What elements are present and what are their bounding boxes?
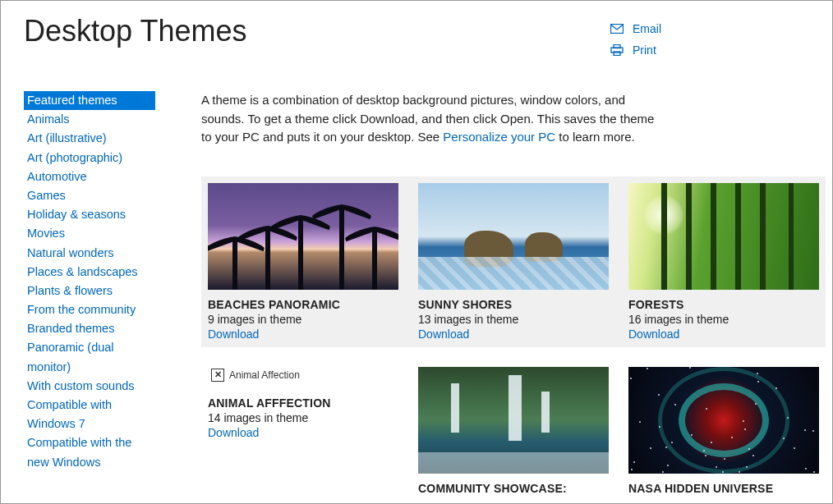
download-link[interactable]: Download xyxy=(418,328,469,341)
sidebar-item[interactable]: Animals xyxy=(24,110,155,129)
sidebar-item[interactable]: Holiday & seasons xyxy=(24,205,155,224)
page-title: Desktop Themes xyxy=(24,14,610,48)
print-icon xyxy=(610,44,624,56)
sidebar-item[interactable]: From the community xyxy=(24,300,155,319)
category-sidebar: Featured themesAnimalsArt (illustrative)… xyxy=(24,91,172,504)
theme-thumbnail[interactable] xyxy=(628,367,819,474)
theme-title: ANIMAL AFFFECTION xyxy=(208,396,398,410)
sidebar-item[interactable]: Automotive xyxy=(24,167,155,186)
theme-thumbnail[interactable] xyxy=(208,183,398,290)
theme-card: BEACHES PANORAMIC9 images in themeDownlo… xyxy=(208,183,398,341)
sidebar-item[interactable]: Games xyxy=(24,186,155,205)
theme-thumbnail[interactable] xyxy=(418,367,609,474)
theme-row-2: ✕Animal AffectionANIMAL AFFFECTION14 ima… xyxy=(201,360,826,502)
theme-title: SUNNY SHORES xyxy=(418,298,609,311)
svg-rect-2 xyxy=(614,45,620,48)
theme-card: COMMUNITY SHOWCASE: xyxy=(418,367,609,495)
print-link[interactable]: Print xyxy=(610,44,661,57)
sidebar-item[interactable]: Panoramic (dual monitor) xyxy=(24,338,155,376)
theme-title: BEACHES PANORAMIC xyxy=(208,298,398,311)
theme-card: ✕Animal AffectionANIMAL AFFFECTION14 ima… xyxy=(208,367,398,495)
email-label: Email xyxy=(633,22,661,35)
sidebar-item[interactable]: Art (photographic) xyxy=(24,149,155,167)
sidebar-item[interactable]: Branded themes xyxy=(24,319,155,338)
sidebar-item[interactable]: Movies xyxy=(24,224,155,243)
theme-title: COMMUNITY SHOWCASE: xyxy=(418,482,609,495)
theme-card: SUNNY SHORES13 images in themeDownload xyxy=(418,183,609,341)
theme-image-count: 13 images in theme xyxy=(418,313,609,326)
theme-row-featured: BEACHES PANORAMIC9 images in themeDownlo… xyxy=(201,176,826,347)
theme-thumbnail[interactable] xyxy=(628,183,819,290)
sidebar-item[interactable]: Places & landscapes xyxy=(24,263,155,282)
theme-image-count: 14 images in theme xyxy=(208,411,398,424)
sidebar-item[interactable]: Featured themes xyxy=(24,91,155,110)
broken-image-icon: ✕ xyxy=(211,369,224,382)
download-link[interactable]: Download xyxy=(208,426,259,439)
theme-card: FORESTS16 images in themeDownload xyxy=(628,183,819,341)
sidebar-item[interactable]: Plants & flowers xyxy=(24,282,155,300)
theme-thumbnail[interactable]: ✕Animal Affection xyxy=(208,367,398,388)
sidebar-item[interactable]: Compatible with Windows 7 xyxy=(24,396,155,433)
download-link[interactable]: Download xyxy=(208,328,259,341)
theme-title: FORESTS xyxy=(628,298,819,311)
theme-thumbnail[interactable] xyxy=(418,183,609,290)
theme-card: NASA HIDDEN UNIVERSE xyxy=(628,367,819,495)
print-label: Print xyxy=(633,44,656,57)
broken-image-alt: Animal Affection xyxy=(229,369,300,381)
email-link[interactable]: Email xyxy=(610,22,661,35)
sidebar-item[interactable]: Art (illustrative) xyxy=(24,129,155,148)
theme-image-count: 16 images in theme xyxy=(628,313,819,326)
theme-title: NASA HIDDEN UNIVERSE xyxy=(628,482,819,495)
mail-icon xyxy=(610,24,624,34)
download-link[interactable]: Download xyxy=(628,328,679,341)
theme-image-count: 9 images in theme xyxy=(208,313,398,326)
sidebar-item[interactable]: Natural wonders xyxy=(24,244,155,263)
personalize-link[interactable]: Personalize your PC xyxy=(443,130,555,144)
intro-text: A theme is a combination of desktop back… xyxy=(201,91,661,147)
sidebar-item[interactable]: Compatible with the new Windows xyxy=(24,433,155,471)
sidebar-item[interactable]: With custom sounds xyxy=(24,377,155,396)
